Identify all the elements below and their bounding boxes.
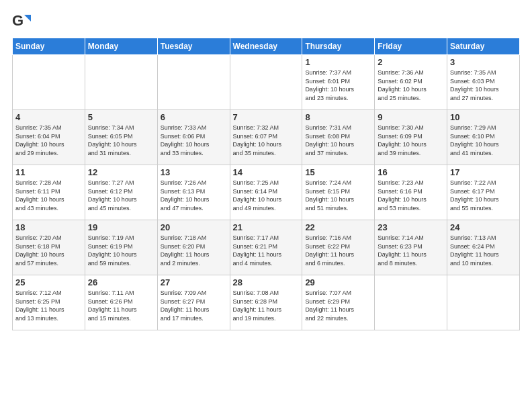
- day-number: 17: [450, 167, 517, 177]
- day-cell: 17Sunrise: 7:22 AM Sunset: 6:17 PM Dayli…: [447, 165, 520, 220]
- day-cell: 1Sunrise: 7:37 AM Sunset: 6:01 PM Daylig…: [302, 55, 375, 110]
- day-cell: [13, 55, 85, 110]
- week-row-5: 25Sunrise: 7:12 AM Sunset: 6:25 PM Dayli…: [13, 275, 520, 330]
- day-cell: 16Sunrise: 7:23 AM Sunset: 6:16 PM Dayli…: [375, 165, 447, 220]
- day-number: 18: [15, 222, 82, 232]
- day-cell: 6Sunrise: 7:33 AM Sunset: 6:06 PM Daylig…: [157, 110, 230, 165]
- day-cell: 21Sunrise: 7:17 AM Sunset: 6:21 PM Dayli…: [230, 220, 302, 275]
- day-number: 26: [88, 277, 154, 287]
- day-info: Sunrise: 7:17 AM Sunset: 6:21 PM Dayligh…: [233, 234, 300, 267]
- svg-text:G: G: [12, 12, 24, 29]
- header-cell-saturday: Saturday: [447, 38, 520, 55]
- day-cell: 11Sunrise: 7:28 AM Sunset: 6:11 PM Dayli…: [13, 165, 85, 220]
- day-cell: 4Sunrise: 7:35 AM Sunset: 6:04 PM Daylig…: [13, 110, 85, 165]
- day-number: 2: [378, 57, 444, 67]
- day-info: Sunrise: 7:32 AM Sunset: 6:07 PM Dayligh…: [233, 124, 300, 157]
- day-cell: 13Sunrise: 7:26 AM Sunset: 6:13 PM Dayli…: [157, 165, 230, 220]
- day-info: Sunrise: 7:20 AM Sunset: 6:18 PM Dayligh…: [15, 234, 82, 267]
- day-info: Sunrise: 7:27 AM Sunset: 6:12 PM Dayligh…: [88, 179, 154, 212]
- day-cell: 7Sunrise: 7:32 AM Sunset: 6:07 PM Daylig…: [230, 110, 302, 165]
- day-info: Sunrise: 7:30 AM Sunset: 6:09 PM Dayligh…: [378, 124, 444, 157]
- day-cell: 15Sunrise: 7:24 AM Sunset: 6:15 PM Dayli…: [302, 165, 375, 220]
- day-info: Sunrise: 7:35 AM Sunset: 6:03 PM Dayligh…: [450, 68, 517, 102]
- day-number: 14: [233, 167, 300, 177]
- day-cell: 8Sunrise: 7:31 AM Sunset: 6:08 PM Daylig…: [302, 110, 375, 165]
- day-number: 27: [161, 277, 227, 287]
- day-info: Sunrise: 7:11 AM Sunset: 6:26 PM Dayligh…: [88, 289, 154, 322]
- day-number: 23: [378, 222, 444, 232]
- logo-icon: G: [12, 12, 31, 31]
- day-cell: 10Sunrise: 7:29 AM Sunset: 6:10 PM Dayli…: [447, 110, 520, 165]
- day-info: Sunrise: 7:36 AM Sunset: 6:02 PM Dayligh…: [378, 68, 444, 102]
- logo: G: [12, 12, 32, 31]
- svg-marker-1: [24, 15, 31, 21]
- day-number: 6: [161, 112, 227, 122]
- day-number: 19: [88, 222, 154, 232]
- day-info: Sunrise: 7:12 AM Sunset: 6:25 PM Dayligh…: [15, 289, 82, 322]
- day-cell: 18Sunrise: 7:20 AM Sunset: 6:18 PM Dayli…: [13, 220, 85, 275]
- day-info: Sunrise: 7:13 AM Sunset: 6:24 PM Dayligh…: [450, 234, 517, 267]
- day-info: Sunrise: 7:16 AM Sunset: 6:22 PM Dayligh…: [305, 234, 371, 267]
- day-cell: 28Sunrise: 7:08 AM Sunset: 6:28 PM Dayli…: [230, 275, 302, 330]
- day-number: 15: [305, 167, 371, 177]
- day-info: Sunrise: 7:22 AM Sunset: 6:17 PM Dayligh…: [450, 179, 517, 212]
- day-info: Sunrise: 7:34 AM Sunset: 6:05 PM Dayligh…: [88, 124, 154, 157]
- header-row: SundayMondayTuesdayWednesdayThursdayFrid…: [13, 38, 520, 55]
- day-cell: 5Sunrise: 7:34 AM Sunset: 6:05 PM Daylig…: [85, 110, 157, 165]
- day-info: Sunrise: 7:18 AM Sunset: 6:20 PM Dayligh…: [161, 234, 227, 267]
- day-number: 1: [305, 57, 371, 67]
- day-number: 12: [88, 167, 154, 177]
- calendar-table: SundayMondayTuesdayWednesdayThursdayFrid…: [12, 38, 520, 330]
- day-cell: 22Sunrise: 7:16 AM Sunset: 6:22 PM Dayli…: [302, 220, 375, 275]
- day-cell: [230, 55, 302, 110]
- day-cell: 27Sunrise: 7:09 AM Sunset: 6:27 PM Dayli…: [157, 275, 230, 330]
- day-info: Sunrise: 7:19 AM Sunset: 6:19 PM Dayligh…: [88, 234, 154, 267]
- day-number: 13: [161, 167, 227, 177]
- day-cell: 25Sunrise: 7:12 AM Sunset: 6:25 PM Dayli…: [13, 275, 85, 330]
- day-cell: 20Sunrise: 7:18 AM Sunset: 6:20 PM Dayli…: [157, 220, 230, 275]
- header-cell-sunday: Sunday: [13, 38, 85, 55]
- day-info: Sunrise: 7:07 AM Sunset: 6:29 PM Dayligh…: [305, 289, 371, 322]
- day-info: Sunrise: 7:28 AM Sunset: 6:11 PM Dayligh…: [15, 179, 82, 212]
- day-cell: [375, 275, 447, 330]
- day-number: 25: [15, 277, 82, 287]
- day-number: 7: [233, 112, 300, 122]
- day-number: 21: [233, 222, 300, 232]
- day-number: 28: [233, 277, 300, 287]
- day-info: Sunrise: 7:09 AM Sunset: 6:27 PM Dayligh…: [161, 289, 227, 322]
- day-info: Sunrise: 7:26 AM Sunset: 6:13 PM Dayligh…: [161, 179, 227, 212]
- day-number: 5: [88, 112, 154, 122]
- header-cell-monday: Monday: [85, 38, 157, 55]
- header-cell-tuesday: Tuesday: [157, 38, 230, 55]
- header-cell-friday: Friday: [375, 38, 447, 55]
- header-cell-wednesday: Wednesday: [230, 38, 302, 55]
- day-cell: 9Sunrise: 7:30 AM Sunset: 6:09 PM Daylig…: [375, 110, 447, 165]
- day-info: Sunrise: 7:31 AM Sunset: 6:08 PM Dayligh…: [305, 124, 371, 157]
- day-number: 22: [305, 222, 371, 232]
- day-number: 8: [305, 112, 371, 122]
- day-number: 9: [378, 112, 444, 122]
- day-cell: [85, 55, 157, 110]
- day-cell: [447, 275, 520, 330]
- day-number: 11: [15, 167, 82, 177]
- day-number: 3: [450, 57, 517, 67]
- day-cell: 12Sunrise: 7:27 AM Sunset: 6:12 PM Dayli…: [85, 165, 157, 220]
- day-cell: 19Sunrise: 7:19 AM Sunset: 6:19 PM Dayli…: [85, 220, 157, 275]
- day-info: Sunrise: 7:24 AM Sunset: 6:15 PM Dayligh…: [305, 179, 371, 212]
- day-info: Sunrise: 7:29 AM Sunset: 6:10 PM Dayligh…: [450, 124, 517, 157]
- day-cell: 2Sunrise: 7:36 AM Sunset: 6:02 PM Daylig…: [375, 55, 447, 110]
- day-cell: 14Sunrise: 7:25 AM Sunset: 6:14 PM Dayli…: [230, 165, 302, 220]
- header: G: [12, 12, 520, 31]
- day-cell: [157, 55, 230, 110]
- week-row-2: 4Sunrise: 7:35 AM Sunset: 6:04 PM Daylig…: [13, 110, 520, 165]
- day-info: Sunrise: 7:14 AM Sunset: 6:23 PM Dayligh…: [378, 234, 444, 267]
- week-row-1: 1Sunrise: 7:37 AM Sunset: 6:01 PM Daylig…: [13, 55, 520, 110]
- week-row-3: 11Sunrise: 7:28 AM Sunset: 6:11 PM Dayli…: [13, 165, 520, 220]
- day-number: 20: [161, 222, 227, 232]
- day-cell: 29Sunrise: 7:07 AM Sunset: 6:29 PM Dayli…: [302, 275, 375, 330]
- day-info: Sunrise: 7:25 AM Sunset: 6:14 PM Dayligh…: [233, 179, 300, 212]
- day-cell: 3Sunrise: 7:35 AM Sunset: 6:03 PM Daylig…: [447, 55, 520, 110]
- day-number: 29: [305, 277, 371, 287]
- day-number: 24: [450, 222, 517, 232]
- day-info: Sunrise: 7:35 AM Sunset: 6:04 PM Dayligh…: [15, 124, 82, 157]
